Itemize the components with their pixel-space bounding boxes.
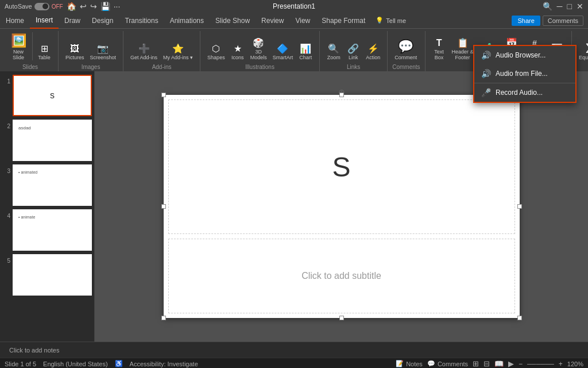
equation-button[interactable]: ∑ Equation <box>577 40 588 62</box>
share-button[interactable]: Share <box>512 16 540 26</box>
title-bar: AutoSave OFF 🏠 ↩ ↪ 💾 ··· Presentation1 🔍… <box>0 0 588 13</box>
resize-handle-bl[interactable] <box>161 316 166 320</box>
slides-group-items: 🖼️ NewSlide ⊞ Table <box>7 31 53 64</box>
tab-home[interactable]: Home <box>0 13 30 29</box>
slide-img-3[interactable]: • animated <box>13 164 92 206</box>
autosave-toggle[interactable]: AutoSave OFF <box>5 3 63 10</box>
icons-button[interactable]: ★ Icons <box>229 42 247 62</box>
audio-dropdown-menu: 🔊 Audio Browser... 🔊 Audio from File... … <box>473 45 577 103</box>
comment-button[interactable]: 💬 Comment <box>392 38 419 62</box>
slide-thumb-2[interactable]: 2 asdad <box>2 120 92 161</box>
illustrations-group-label: Illustrations <box>205 64 315 71</box>
slide-info: Slide 1 of 5 <box>5 361 36 367</box>
notes-status-btn[interactable]: 📝 Notes <box>396 360 423 367</box>
zoom-button[interactable]: 🔍 Zoom <box>324 42 343 62</box>
divider <box>32 32 33 60</box>
screenshot-icon: 📷 <box>97 43 109 54</box>
undo-icon[interactable]: ↩ <box>80 2 87 11</box>
slide-thumb-1[interactable]: 1 s <box>2 75 92 116</box>
text-box-label: TextBox <box>434 49 444 60</box>
tab-review[interactable]: Review <box>256 13 289 29</box>
close-icon[interactable]: ✕ <box>577 2 583 11</box>
action-button[interactable]: ⚡ Action <box>363 42 382 62</box>
view-slideshow-icon[interactable]: ▶ <box>508 359 514 368</box>
slide-subtitle-area[interactable]: Click to add subtitle <box>168 239 515 313</box>
zoom-icon: 🔍 <box>328 43 339 54</box>
zoom-slider[interactable]: ────── <box>527 361 554 367</box>
title-bar-left: AutoSave OFF 🏠 ↩ ↪ 💾 ··· <box>5 2 120 11</box>
audio-browser-icon: 🔊 <box>481 51 491 60</box>
action-label: Action <box>366 55 380 60</box>
resize-handle-ml[interactable] <box>161 204 166 209</box>
minimize-icon[interactable]: ─ <box>557 2 563 11</box>
language-label: English (United States) <box>43 361 108 367</box>
new-slide-button[interactable]: 🖼️ NewSlide <box>7 32 30 62</box>
home-icon[interactable]: 🏠 <box>67 2 76 11</box>
comment-icon: 💬 <box>398 39 413 54</box>
view-reading-icon[interactable]: 📖 <box>494 359 504 368</box>
slide-thumb-4[interactable]: 4 • animate <box>2 209 92 251</box>
smartart-button[interactable]: 🔷 SmartArt <box>270 42 296 62</box>
comments-button[interactable]: Comments <box>543 16 583 26</box>
chart-button[interactable]: 📊 Chart <box>296 42 315 62</box>
slide-num-1: 1 <box>2 78 10 85</box>
comments-status-btn[interactable]: 💬 Comments <box>427 360 468 367</box>
tab-animations[interactable]: Animations <box>164 13 210 29</box>
header-footer-button[interactable]: 📋 Header &Footer <box>450 36 476 62</box>
screenshot-button[interactable]: 📷 Screenshot <box>88 42 119 62</box>
slide-canvas[interactable]: ⊕ S Click to add subtitle <box>164 95 520 318</box>
tab-view[interactable]: View <box>289 13 316 29</box>
resize-handle-tm[interactable] <box>339 93 344 97</box>
slide-thumb-3[interactable]: 3 • animated <box>2 164 92 206</box>
shapes-button[interactable]: ⬡ Shapes <box>205 42 227 62</box>
tell-me-button[interactable]: 💡 Tell me <box>371 15 411 26</box>
table-button[interactable]: ⊞ Table <box>35 42 53 62</box>
view-slide-sorter-icon[interactable]: ⊟ <box>483 359 490 368</box>
slide-thumb-5[interactable]: 5 <box>2 254 92 296</box>
slide-img-1[interactable]: s <box>13 75 92 116</box>
more-icon[interactable]: ··· <box>114 2 121 11</box>
view-normal-icon[interactable]: ⊞ <box>473 359 479 368</box>
icons-label: Icons <box>231 55 244 60</box>
addins-group-items: ➕ Get Add-ins ⭐ My Add-ins ▾ <box>128 31 195 64</box>
get-addins-button[interactable]: ➕ Get Add-ins <box>128 42 160 62</box>
autosave-label: AutoSave <box>5 3 32 10</box>
audio-from-file-item[interactable]: 🔊 Audio from File... <box>474 64 575 83</box>
my-addins-button[interactable]: ⭐ My Add-ins ▾ <box>161 42 195 62</box>
link-button[interactable]: 🔗 Link <box>344 42 362 62</box>
search-icon[interactable]: 🔍 <box>543 2 552 11</box>
app-body: 1 s 2 asdad 3 • animated 4 • animate <box>0 71 588 342</box>
3d-models-button[interactable]: 🎲 3DModels <box>248 36 269 62</box>
record-audio-item[interactable]: 🎤 Record Audio... <box>474 83 575 102</box>
tab-design[interactable]: Design <box>86 13 119 29</box>
maximize-icon[interactable]: □ <box>567 2 572 11</box>
notes-status-label: Notes <box>406 361 423 367</box>
resize-handle-bm[interactable] <box>339 316 344 320</box>
tab-draw[interactable]: Draw <box>59 13 86 29</box>
tab-transitions[interactable]: Transitions <box>119 13 164 29</box>
slide-img-5[interactable] <box>13 254 92 296</box>
zoom-out-icon[interactable]: − <box>519 360 523 368</box>
pictures-button[interactable]: 🖼 Pictures <box>63 42 87 62</box>
comments-status-label: Comments <box>438 361 468 367</box>
slide-img-2[interactable]: asdad <box>13 120 92 161</box>
autosave-toggle-switch[interactable] <box>34 3 49 10</box>
redo-icon[interactable]: ↪ <box>90 2 97 11</box>
notes-bar[interactable]: Click to add notes <box>0 342 588 358</box>
new-slide-label: NewSlide <box>13 49 24 60</box>
resize-handle-br[interactable] <box>517 316 522 320</box>
resize-handle-tl[interactable] <box>161 93 166 97</box>
zoom-in-icon[interactable]: + <box>559 360 563 368</box>
save-icon[interactable]: 💾 <box>100 2 110 11</box>
text-box-button[interactable]: T TextBox <box>430 36 448 62</box>
slide-title-area[interactable]: S <box>168 99 515 234</box>
tab-slideshow[interactable]: Slide Show <box>210 13 256 29</box>
slide-img-4[interactable]: • animate <box>13 209 92 251</box>
audio-browser-item[interactable]: 🔊 Audio Browser... <box>474 46 575 64</box>
resize-handle-mr[interactable] <box>517 204 522 209</box>
zoom-label: Zoom <box>327 55 341 60</box>
autosave-state: OFF <box>52 3 63 10</box>
text-box-icon: T <box>436 37 442 48</box>
tab-insert[interactable]: Insert <box>30 13 59 29</box>
tab-shapeformat[interactable]: Shape Format <box>316 13 371 29</box>
